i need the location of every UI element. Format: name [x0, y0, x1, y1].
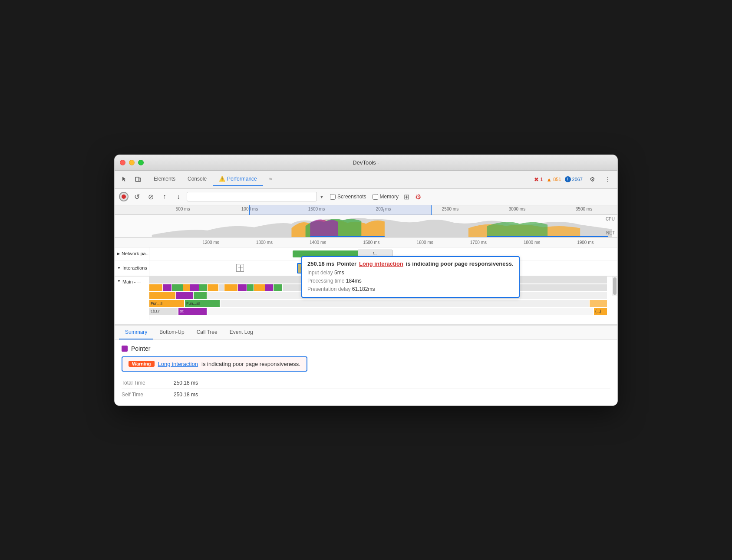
main-track-label-dots: ...	[137, 279, 141, 283]
timeline-selection[interactable]	[249, 205, 432, 215]
track-collapse-icon: ▼	[117, 266, 121, 270]
memory-label: Memory	[380, 194, 399, 200]
interactions-track-label[interactable]: ▼ Interactions	[115, 260, 149, 276]
main-toolbar: Elements Console ⚠️Performance » ✖ 1 ▲ 8…	[115, 171, 617, 189]
flame-block-2[interactable]: Fun...all	[185, 300, 220, 307]
close-button[interactable]	[120, 160, 125, 165]
warn-icon: ▲	[546, 176, 552, 183]
memory-icon-button[interactable]: ⊞	[401, 191, 412, 202]
processing-time-row: Processing time 184ms	[307, 277, 514, 285]
performance-toolbar: ↺ ⊘ ↑ ↓ ▼ Screenshots Memory ⊞ ⚙	[115, 189, 617, 205]
total-time-row: Total Time 250.18 ms	[122, 377, 610, 389]
main-track-collapse-icon: ▼	[117, 279, 121, 283]
settings-button[interactable]: ⚙	[586, 173, 598, 185]
traffic-lights	[120, 160, 144, 165]
screenshots-checkbox[interactable]	[330, 194, 336, 200]
performance-warn-icon: ⚠️	[219, 176, 225, 182]
clear-button[interactable]: ⊘	[145, 191, 156, 202]
summary-event-title: Pointer	[131, 345, 150, 352]
error-count: 1	[540, 177, 543, 182]
dropdown-arrow-icon[interactable]: ▼	[320, 194, 324, 199]
total-time-value: 250.18 ms	[174, 380, 198, 386]
device-toolbar-button[interactable]	[132, 173, 144, 185]
event-log-tab[interactable]: Event Log	[224, 326, 259, 339]
network-marker[interactable]: t...	[358, 250, 392, 257]
info-icon: !	[565, 176, 571, 182]
flame-row-5: t.b.t.r Xt (...)	[149, 308, 607, 315]
ruler2-1700: 1700 ms	[452, 240, 505, 245]
cpu-chart-area: CPU NET	[115, 215, 617, 237]
error-badge[interactable]: ✖ 1	[534, 176, 543, 183]
record-button[interactable]	[119, 192, 129, 201]
interaction-tooltip: 250.18 ms Pointer Long interaction is in…	[301, 256, 520, 298]
titlebar: DevTools -	[115, 155, 617, 171]
scrollbar-thumb[interactable]	[613, 277, 617, 295]
summary-panel: Pointer Warning Long interaction is indi…	[115, 340, 617, 405]
timeline-overview: 500 ms 1000 ms 1500 ms 200l ms 2500 ms 3…	[115, 205, 617, 238]
processing-time-value: 184ms	[346, 278, 362, 284]
flame-row-4: Fun...ll Fun...all	[149, 300, 607, 307]
self-time-row: Self Time 250.18 ms	[122, 389, 610, 400]
selector-tool-button[interactable]	[118, 173, 130, 185]
summary-title-row: Pointer	[122, 345, 610, 352]
tooltip-link[interactable]: Long interaction	[359, 260, 403, 267]
record-dot-icon	[122, 194, 126, 199]
maximize-button[interactable]	[138, 160, 144, 165]
tooltip-warning-suffix: is indicating poor page responsiveness.	[406, 260, 514, 267]
presentation-delay-value: 61.182ms	[352, 286, 375, 292]
ruler-label-3000: 3000 ms	[484, 207, 551, 213]
ruler2-1300: 1300 ms	[237, 240, 291, 245]
flame-block-4[interactable]: Xt	[178, 308, 207, 315]
minimize-button[interactable]	[129, 160, 135, 165]
ruler-label-3500: 3500 ms	[551, 207, 617, 213]
flame-block-5[interactable]: (...)	[594, 308, 607, 315]
memory-checkbox[interactable]	[373, 194, 378, 200]
screenshots-checkbox-group[interactable]: Screenshots	[330, 194, 366, 200]
url-input[interactable]	[187, 192, 317, 201]
trace-panel: 1200 ms 1300 ms 1400 ms 1500 ms 1600 ms …	[115, 238, 617, 325]
info-count: 2067	[572, 177, 583, 182]
upload-profile-button[interactable]: ↑	[159, 191, 170, 202]
main-track-label-text: Main -	[122, 279, 136, 284]
warn-count: 851	[553, 177, 561, 182]
warning-box: Warning Long interaction is indicating p…	[122, 356, 307, 372]
flame-block-1[interactable]: Fun...ll	[149, 300, 184, 307]
warning-link[interactable]: Long interaction	[158, 361, 198, 367]
flame-block-3[interactable]: t.b.t.r	[149, 308, 178, 315]
memory-checkbox-group[interactable]: Memory	[373, 194, 399, 200]
tooltip-time: 250.18 ms	[307, 260, 334, 267]
console-tab[interactable]: Console	[181, 172, 213, 186]
ruler2-1400: 1400 ms	[291, 240, 345, 245]
download-profile-button[interactable]: ↓	[173, 191, 184, 202]
bottom-panel: Summary Bottom-Up Call Tree Event Log Po…	[115, 325, 617, 405]
tooltip-title: 250.18 ms Pointer Long interaction is in…	[307, 260, 514, 267]
total-time-label: Total Time	[122, 380, 174, 386]
self-time-value: 250.18 ms	[174, 392, 198, 398]
cpu-label: CPU	[606, 217, 615, 221]
window-title: DevTools -	[353, 159, 379, 166]
track-scrollbar[interactable]	[612, 277, 617, 296]
info-badge[interactable]: ! 2067	[565, 176, 583, 182]
ruler-label-500: 500 ms	[149, 207, 216, 213]
ruler2-1500: 1500 ms	[345, 240, 398, 245]
warn-badge[interactable]: ▲ 851	[546, 176, 561, 183]
input-delay-row: Input delay 5ms	[307, 269, 514, 277]
more-tabs-button[interactable]: »	[263, 172, 278, 186]
reload-and-record-button[interactable]: ↺	[131, 191, 142, 202]
timeline-ruler-2: 1200 ms 1300 ms 1400 ms 1500 ms 1600 ms …	[115, 238, 617, 247]
tooltip-event: Pointer	[337, 260, 356, 267]
ruler2-1800: 1800 ms	[505, 240, 559, 245]
call-tree-tab[interactable]: Call Tree	[191, 326, 224, 339]
track-expand-icon: ▶	[117, 252, 120, 256]
capture-settings-button[interactable]: ⚙	[415, 193, 421, 201]
svg-rect-0	[135, 177, 139, 181]
bottom-up-tab[interactable]: Bottom-Up	[153, 326, 190, 339]
error-icon: ✖	[534, 176, 539, 183]
performance-tab[interactable]: ⚠️Performance	[213, 172, 263, 186]
more-options-button[interactable]: ⋮	[602, 173, 614, 185]
input-delay-value: 5ms	[334, 270, 344, 276]
main-track-label[interactable]: ▼ Main - ...	[115, 277, 149, 320]
summary-tab[interactable]: Summary	[119, 326, 153, 339]
network-track-label[interactable]: ▶ Network pa...	[115, 247, 149, 260]
elements-tab[interactable]: Elements	[148, 172, 181, 186]
